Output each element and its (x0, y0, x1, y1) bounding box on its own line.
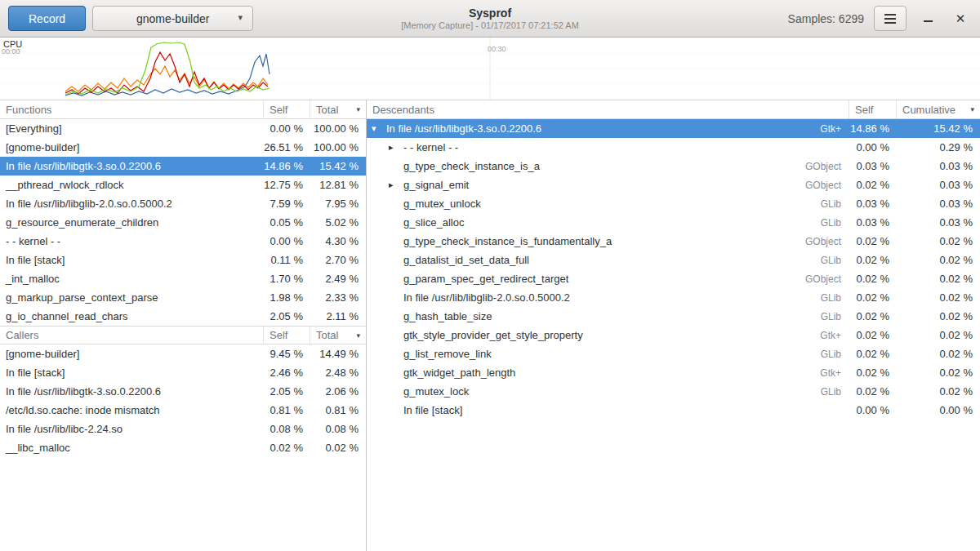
function-name-cell: _int_malloc (0, 273, 264, 285)
table-row[interactable]: _int_malloc1.70 %2.49 % (0, 269, 366, 288)
function-name-cell: __pthread_rwlock_rdlock (0, 179, 264, 191)
header-right-controls: Samples: 6299 ✕ (788, 6, 972, 31)
header-bar: Record gnome-builder ▾ Sysprof [Memory C… (0, 0, 980, 38)
cumulative-cell: 0.02 % (897, 385, 980, 398)
self-cell: 0.02 % (849, 179, 897, 191)
column-header-total[interactable]: Total ▾ (310, 100, 366, 118)
function-name-cell: g_resource_enumerate_children (0, 216, 264, 229)
cpu-usage-graph[interactable]: CPU 00:00 00:30 (0, 38, 980, 100)
table-row[interactable]: In file /usr/lib/libglib-2.0.so.0.5000.2… (0, 194, 366, 213)
tree-row[interactable]: In file [stack]0.00 %0.00 % (367, 401, 980, 420)
function-name-cell: [gnome-builder] (0, 141, 264, 153)
total-cell: 2.70 % (310, 254, 366, 266)
hamburger-icon (884, 14, 896, 24)
descendant-name-cell: g_datalist_id_set_data_full (402, 254, 821, 266)
column-header-self[interactable]: Self (264, 100, 310, 118)
table-row[interactable]: g_io_channel_read_chars2.05 %2.11 % (0, 307, 366, 326)
table-row[interactable]: __pthread_rwlock_rdlock12.75 %12.81 % (0, 176, 366, 194)
self-cell: 2.46 % (264, 367, 310, 379)
descendant-name-cell: In file /usr/lib/libglib-2.0.so.0.5000.2 (402, 291, 821, 304)
total-cell: 2.11 % (310, 310, 366, 322)
category-label: GLib (821, 349, 849, 360)
table-row[interactable]: - - kernel - -0.00 %4.30 % (0, 232, 366, 251)
function-name-cell: [Everything] (0, 122, 264, 135)
minimize-icon (924, 15, 933, 22)
profile-panes: Functions Self Total ▾ [Everything]0.00 … (0, 100, 980, 551)
tree-row[interactable]: g_type_check_instance_is_aGObject0.03 %0… (367, 157, 980, 176)
column-header-functions[interactable]: Functions (0, 100, 264, 118)
expander-down-icon[interactable]: ▾ (371, 123, 385, 134)
descendant-name-cell: g_mutex_unlock (402, 198, 821, 210)
table-row[interactable]: In file [stack]2.46 %2.48 % (0, 363, 366, 382)
process-selector-label: gnome-builder (136, 12, 210, 25)
caller-name-cell: In file /usr/lib/libgtk-3.so.0.2200.6 (0, 385, 264, 398)
expander-right-icon[interactable]: ▸ (388, 180, 402, 190)
function-name-cell: - - kernel - - (0, 235, 264, 247)
tree-row[interactable]: g_param_spec_get_redirect_targetGObject0… (367, 269, 980, 288)
self-cell: 0.02 % (264, 442, 310, 454)
menu-button[interactable] (874, 6, 906, 31)
table-row[interactable]: __libc_malloc0.02 %0.02 % (0, 438, 366, 457)
tree-row[interactable]: g_list_remove_linkGLib0.02 %0.02 % (367, 344, 980, 363)
column-header-descendants[interactable]: Descendants (367, 100, 849, 118)
table-row[interactable]: In file /usr/lib/libgtk-3.so.0.2200.62.0… (0, 382, 366, 401)
self-cell: 0.02 % (849, 348, 897, 360)
self-cell: 0.81 % (264, 404, 310, 416)
tree-row[interactable]: ▸- - kernel - -0.00 %0.29 % (367, 138, 980, 157)
tree-row[interactable]: ▸g_signal_emitGObject0.02 %0.03 % (367, 176, 980, 194)
close-button[interactable]: ✕ (949, 7, 972, 30)
table-row[interactable]: In file /usr/lib/libgtk-3.so.0.2200.614.… (0, 157, 366, 176)
table-row[interactable]: g_resource_enumerate_children0.05 %5.02 … (0, 213, 366, 232)
tree-row[interactable]: g_mutex_unlockGLib0.03 %0.03 % (367, 194, 980, 213)
table-row[interactable]: /etc/ld.so.cache: inode mismatch0.81 %0.… (0, 401, 366, 420)
minimize-button[interactable] (916, 7, 939, 30)
table-row[interactable]: [gnome-builder]9.45 %14.49 % (0, 344, 366, 363)
column-header-total[interactable]: Total ▾ (310, 327, 366, 344)
cumulative-cell: 0.03 % (897, 198, 980, 210)
self-cell: 7.59 % (264, 198, 310, 210)
tree-row[interactable]: gtk_style_provider_get_style_propertyGtk… (367, 326, 980, 344)
cumulative-cell: 0.00 % (897, 404, 980, 416)
cumulative-cell: 15.42 % (897, 122, 980, 135)
self-cell: 0.02 % (849, 329, 897, 341)
table-row[interactable]: [gnome-builder]26.51 %100.00 % (0, 138, 366, 157)
record-button[interactable]: Record (8, 6, 86, 31)
tree-row[interactable]: g_hash_table_sizeGLib0.02 %0.02 % (367, 307, 980, 326)
total-cell: 2.48 % (310, 367, 366, 379)
sort-arrow-icon: ▾ (356, 105, 360, 113)
total-cell: 100.00 % (310, 122, 366, 135)
column-header-self[interactable]: Self (264, 327, 310, 344)
tree-row[interactable]: gtk_widget_path_lengthGtk+0.02 %0.02 % (367, 363, 980, 382)
table-row[interactable]: g_markup_parse_context_parse1.98 %2.33 % (0, 288, 366, 307)
table-row[interactable]: In file [stack]0.11 %2.70 % (0, 251, 366, 269)
total-cell: 7.95 % (310, 198, 366, 210)
tree-row[interactable]: g_mutex_lockGLib0.02 %0.02 % (367, 382, 980, 401)
total-cell: 100.00 % (310, 141, 366, 153)
tree-row[interactable]: g_datalist_id_set_data_fullGLib0.02 %0.0… (367, 251, 980, 269)
total-cell: 4.30 % (310, 235, 366, 247)
tree-row[interactable]: In file /usr/lib/libglib-2.0.so.0.5000.2… (367, 288, 980, 307)
time-label-start: 00:00 (2, 47, 20, 56)
tree-row[interactable]: ▾In file /usr/lib/libgtk-3.so.0.2200.6Gt… (367, 119, 980, 138)
self-cell: 0.03 % (849, 198, 897, 210)
descendants-table-header: Descendants Self Cumulative ▾ (367, 100, 980, 119)
descendants-table-body: ▾In file /usr/lib/libgtk-3.so.0.2200.6Gt… (367, 119, 980, 420)
tree-row[interactable]: g_type_check_instance_is_fundamentally_a… (367, 232, 980, 251)
tree-row[interactable]: g_slice_allocGLib0.03 %0.03 % (367, 213, 980, 232)
table-row[interactable]: [Everything]0.00 %100.00 % (0, 119, 366, 138)
cumulative-cell: 0.02 % (897, 273, 980, 285)
cumulative-cell: 0.03 % (897, 216, 980, 229)
process-selector-dropdown[interactable]: gnome-builder ▾ (92, 6, 253, 31)
expander-right-icon[interactable]: ▸ (388, 142, 402, 153)
column-header-total-label: Total (316, 329, 338, 341)
self-cell: 0.02 % (849, 254, 897, 266)
column-header-cumulative[interactable]: Cumulative ▾ (897, 100, 980, 118)
cumulative-cell: 0.02 % (897, 310, 980, 322)
category-label: GLib (821, 217, 849, 229)
table-row[interactable]: In file /usr/lib/libc-2.24.so0.08 %0.08 … (0, 420, 366, 438)
self-cell: 0.00 % (849, 404, 897, 416)
column-header-callers[interactable]: Callers (0, 327, 264, 344)
cumulative-cell: 0.02 % (897, 254, 980, 266)
sort-arrow-icon: ▾ (356, 331, 360, 340)
column-header-self[interactable]: Self (849, 100, 897, 118)
